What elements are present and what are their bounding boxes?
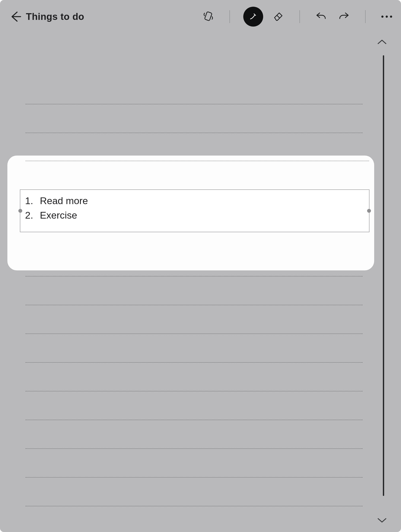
more-options-icon [381, 16, 392, 18]
pen-icon [248, 12, 258, 22]
chevron-up-icon [377, 42, 387, 46]
text-selection-box[interactable]: 1. Read more 2. Exercise [20, 190, 369, 232]
toolbar-divider [365, 10, 366, 23]
device-screen: Things to do [0, 0, 401, 532]
ruled-lines [25, 34, 363, 532]
selection-handle-left[interactable] [18, 209, 22, 213]
redo-icon [338, 11, 350, 23]
rotate-device-icon [203, 11, 214, 23]
scroll-up-button[interactable] [377, 38, 387, 45]
back-button[interactable]: Things to do [10, 11, 84, 23]
more-options-button[interactable] [379, 9, 395, 24]
eraser-icon [273, 11, 284, 23]
list-item-label: Read more [40, 195, 88, 206]
chevron-down-icon [377, 521, 387, 525]
note-canvas[interactable] [0, 34, 401, 532]
pen-button[interactable] [243, 7, 263, 26]
undo-button[interactable] [313, 9, 329, 24]
toolbar-divider [299, 10, 300, 23]
list-item: 1. Read more [25, 194, 88, 208]
undo-icon [315, 11, 327, 23]
svg-rect-0 [205, 12, 212, 21]
list-item-index: 2. [25, 208, 37, 223]
toolbar-divider [229, 10, 230, 23]
page-title: Things to do [26, 11, 84, 22]
eraser-button[interactable] [271, 9, 286, 24]
list-item-label: Exercise [40, 210, 77, 221]
selection-handle-right[interactable] [367, 209, 371, 213]
back-arrow-icon [10, 11, 22, 23]
ruled-line [25, 161, 369, 161]
list-item-index: 1. [25, 194, 37, 208]
redo-button[interactable] [336, 9, 352, 24]
scrollbar[interactable] [383, 55, 384, 496]
scroll-down-button[interactable] [377, 517, 387, 524]
list-item: 2. Exercise [25, 208, 88, 223]
toolbar-tools [201, 7, 395, 26]
rotate-button[interactable] [201, 9, 216, 24]
numbered-list: 1. Read more 2. Exercise [25, 194, 88, 222]
top-toolbar: Things to do [0, 5, 401, 29]
text-block-card: 1. Read more 2. Exercise [7, 156, 374, 270]
